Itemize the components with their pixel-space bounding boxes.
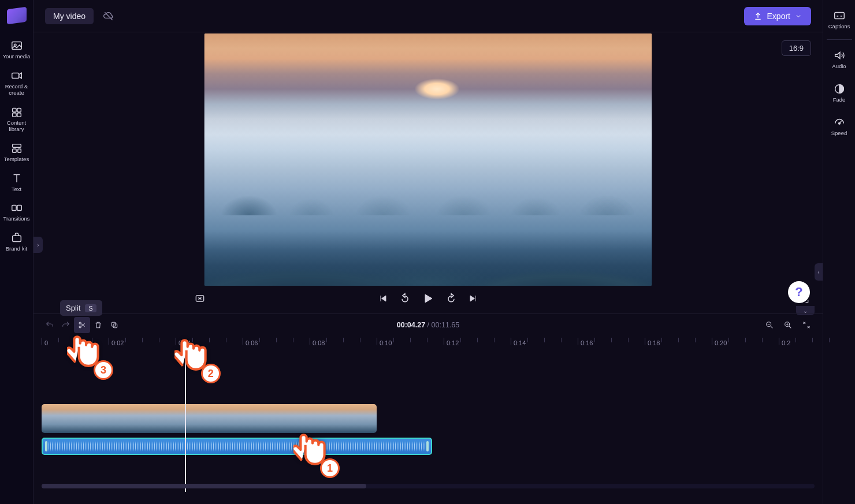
sidebar-item-audio[interactable]: Audio [823,44,856,74]
sidebar-item-label: Record & create [1,84,33,96]
help-button[interactable]: ? [788,281,810,303]
timeline-toolbar: 00:04.27 / 00:11.65 [34,314,823,336]
playhead[interactable] [185,353,186,492]
sidebar-item-label: Your media [3,54,31,60]
brand-kit-icon [10,232,23,244]
export-button[interactable]: Export [744,7,811,25]
sidebar-item-content-library[interactable]: Content library [1,101,33,137]
sidebar-item-templates[interactable]: Templates [1,137,33,167]
sidebar-item-label: Transitions [3,216,29,222]
library-icon [10,106,23,118]
svg-rect-12 [12,236,21,242]
tooltip-label: Split [66,304,80,312]
timeline-tracks[interactable] [34,353,823,492]
undo-icon [45,320,54,330]
skip-end-icon [467,293,479,304]
sidebar-item-fade[interactable]: Fade [823,78,856,108]
svg-rect-7 [12,144,21,147]
sidebar-item-label: Brand kit [6,246,28,252]
zoom-out-icon [765,320,774,330]
play-icon [421,292,435,305]
timeline-ruler[interactable]: 00:020:040:060:080:100:120:140:160:180:2… [34,336,823,353]
sidebar-item-text[interactable]: Text [1,167,33,197]
speed-icon [833,116,846,129]
video-preview[interactable] [205,33,652,286]
text-icon [10,172,23,185]
redo-button[interactable] [58,317,74,333]
ruler-label: 0:10 [380,339,392,346]
audio-clip[interactable] [42,438,432,455]
rewind-button[interactable] [399,293,411,307]
sidebar-item-transitions[interactable]: Transitions [1,197,33,227]
scrollbar-thumb[interactable] [42,484,366,488]
video-clip[interactable] [42,404,377,433]
play-button[interactable] [421,292,435,308]
sidebar-item-your-media[interactable]: Your media [1,35,33,65]
duplicate-icon [110,320,119,330]
topbar: My video Export [34,0,823,32]
sidebar-item-label: Templates [4,156,29,163]
svg-rect-13 [834,13,844,19]
svg-rect-9 [17,149,21,152]
svg-rect-3 [12,108,16,111]
duplicate-button[interactable] [106,317,122,333]
collapse-right-panel-button[interactable]: ‹ [815,263,823,281]
sidebar-item-label: Fade [833,97,846,103]
svg-rect-2 [12,73,18,78]
svg-point-15 [838,122,840,124]
skip-start-button[interactable] [377,293,389,307]
aspect-ratio-button[interactable]: 16:9 [782,40,811,56]
current-time: 00:04.27 [397,321,425,329]
right-sidebar: Captions Audio Fade Speed [823,0,855,504]
timeline-scrollbar[interactable] [42,484,815,488]
svg-rect-11 [17,206,21,211]
ruler-label: 0:04 [179,339,191,346]
sidebar-item-label: Speed [831,130,847,137]
fit-button[interactable] [798,317,815,333]
sidebar-item-captions[interactable]: Captions [823,5,856,35]
fit-icon [802,320,811,330]
svg-rect-4 [17,108,20,111]
zoom-in-button[interactable] [780,317,796,333]
split-icon [77,320,87,330]
cloud-offline-icon [103,10,114,22]
svg-rect-6 [17,113,20,117]
ruler-label: 0:02 [111,339,124,346]
ruler-label: 0:2 [782,339,790,346]
total-duration: 00:11.65 [432,321,460,329]
redo-icon [61,320,70,330]
help-icon: ? [795,285,802,300]
skip-end-button[interactable] [467,293,479,307]
ruler-label: 0:12 [447,339,459,346]
ruler-label: 0:16 [581,339,593,346]
ruler-label: 0:20 [715,339,727,346]
tooltip-key: S [85,304,96,312]
svg-rect-10 [12,206,16,211]
captions-icon [833,9,846,22]
upload-icon [753,12,763,21]
split-button[interactable] [74,317,90,333]
ruler-label: 0:08 [313,339,325,346]
preview-delete-button[interactable] [194,293,206,307]
sidebar-item-brand-kit[interactable]: Brand kit [1,227,33,257]
delete-button[interactable] [90,317,106,333]
sidebar-item-speed[interactable]: Speed [823,111,856,141]
sidebar-item-label: Text [12,186,21,193]
split-tooltip: Split S [60,300,102,316]
templates-icon [10,142,23,155]
playback-controls [34,292,823,308]
timeline-time: 00:04.27 / 00:11.65 [397,321,459,329]
transitions-icon [10,201,23,214]
audio-icon [833,49,846,62]
left-sidebar: Your media Record & create Content libra… [0,0,34,504]
chevron-down-icon [795,13,802,20]
forward-button[interactable] [445,293,457,307]
ruler-label: 0:06 [246,339,258,346]
preview-delete-icon [194,293,206,304]
zoom-out-button[interactable] [761,317,778,333]
project-title[interactable]: My video [45,8,94,24]
svg-rect-8 [12,149,16,152]
undo-button[interactable] [42,317,58,333]
sidebar-item-label: Captions [828,24,850,30]
sidebar-item-record-create[interactable]: Record & create [1,65,33,101]
